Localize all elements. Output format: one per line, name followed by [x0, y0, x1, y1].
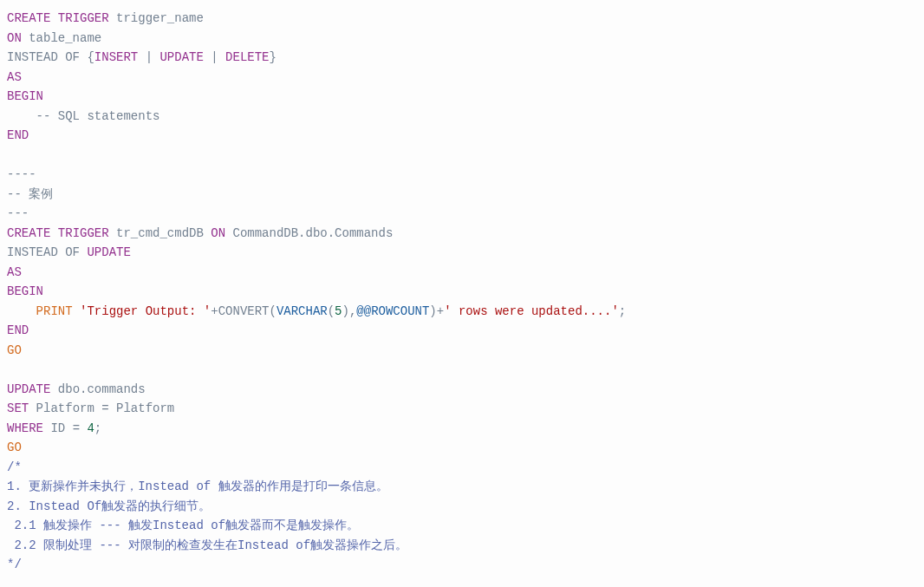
code-token: =: [73, 421, 80, 435]
code-token: }: [270, 50, 277, 64]
code-token: INSTEAD OF {: [7, 50, 94, 64]
code-token: 2.1 触发操作 --- 触发Instead of触发器而不是触发操作。: [7, 519, 359, 532]
code-token: ;: [619, 304, 626, 318]
code-line: INSTEAD OF {INSERT | UPDATE | DELETE}: [7, 48, 917, 68]
code-token: +: [211, 304, 218, 318]
code-line: 2.1 触发操作 --- 触发Instead of触发器而不是触发操作。: [7, 516, 917, 536]
code-token: WHERE: [7, 421, 43, 435]
code-line: INSTEAD OF UPDATE: [7, 243, 917, 263]
code-token: 'Trigger Output: ': [80, 304, 211, 318]
code-token: END: [7, 128, 29, 142]
code-line: ---: [7, 204, 917, 224]
code-line: AS: [7, 68, 917, 88]
code-token: =: [101, 401, 108, 415]
code-token: CONVERT: [218, 304, 270, 318]
code-line: END: [7, 126, 917, 146]
code-token: UPDATE: [87, 245, 130, 259]
code-line: CREATE TRIGGER trigger_name: [7, 9, 917, 29]
code-token: [73, 304, 80, 318]
code-token: table_name: [22, 31, 101, 45]
code-token: 1. 更新操作并未执行，Instead of 触发器的作用是打印一条信息。: [7, 479, 388, 493]
sql-code-block: CREATE TRIGGER trigger_nameON table_name…: [7, 9, 917, 575]
code-line: BEGIN: [7, 282, 917, 302]
code-token: BEGIN: [7, 89, 43, 103]
code-token: GO: [7, 440, 22, 454]
code-token: ---: [7, 206, 29, 220]
code-line: [7, 360, 917, 380]
code-token: 5: [335, 304, 342, 318]
code-token: 4: [87, 421, 94, 435]
code-line: CREATE TRIGGER tr_cmd_cmdDB ON CommandDB…: [7, 224, 917, 244]
code-token: CommandDB.dbo.Commands: [225, 226, 393, 240]
code-token: DELETE: [225, 50, 269, 64]
code-line: UPDATE dbo.commands: [7, 380, 917, 400]
code-token: END: [7, 323, 29, 337]
code-line: -- SQL statements: [7, 107, 917, 127]
code-token: TRIGGER: [58, 226, 109, 240]
code-line: GO: [7, 438, 917, 458]
code-token: TRIGGER: [58, 11, 109, 25]
code-token: ON: [211, 226, 225, 240]
code-token: ID: [43, 421, 73, 435]
code-line: BEGIN: [7, 87, 917, 107]
code-token: Platform: [29, 401, 101, 415]
code-token: /*: [7, 460, 22, 474]
code-token: ),: [342, 304, 357, 318]
code-token: [50, 11, 57, 25]
code-token: (: [269, 304, 276, 318]
code-token: -- SQL statements: [36, 109, 160, 123]
code-line: -- 案例: [7, 185, 917, 205]
code-line: ----: [7, 165, 917, 185]
code-token: CREATE: [7, 226, 50, 240]
code-line: PRINT 'Trigger Output: '+CONVERT(VARCHAR…: [7, 302, 917, 322]
code-line: 1. 更新操作并未执行，Instead of 触发器的作用是打印一条信息。: [7, 477, 917, 497]
code-token: BEGIN: [7, 284, 43, 298]
code-token: PRINT: [36, 304, 73, 318]
code-line: /*: [7, 458, 917, 478]
code-line: AS: [7, 263, 917, 283]
code-token: AS: [7, 70, 22, 84]
code-token: SET: [7, 401, 29, 415]
code-token: ----: [7, 167, 36, 181]
code-token: dbo.commands: [50, 382, 145, 396]
code-token: [7, 304, 36, 318]
code-token: CREATE: [7, 11, 50, 25]
code-line: WHERE ID = 4;: [7, 419, 917, 439]
code-token: AS: [7, 265, 22, 279]
code-line: */: [7, 555, 917, 575]
code-token: ;: [94, 421, 101, 435]
code-token: 2. Instead Of触发器的执行细节。: [7, 499, 211, 513]
code-token: trigger_name: [109, 11, 204, 25]
code-token: Platform: [109, 401, 175, 415]
code-token: |: [138, 50, 159, 64]
code-token: GO: [7, 343, 22, 357]
code-token: 2.2 限制处理 --- 对限制的检查发生在Instead of触发器操作之后。: [7, 538, 407, 552]
code-token: ): [429, 304, 436, 318]
code-line: SET Platform = Platform: [7, 399, 917, 419]
code-token: tr_cmd_cmdDB: [109, 226, 211, 240]
code-line: ON table_name: [7, 29, 917, 49]
code-line: END: [7, 321, 917, 341]
code-token: +: [437, 304, 444, 318]
code-token: VARCHAR: [277, 304, 328, 318]
code-token: ' rows were updated....': [444, 304, 619, 318]
code-token: -- 案例: [7, 187, 53, 201]
code-token: ON: [7, 31, 22, 45]
code-line: 2. Instead Of触发器的执行细节。: [7, 497, 917, 517]
code-token: |: [204, 50, 225, 64]
code-line: [7, 146, 917, 166]
code-token: INSTEAD OF: [7, 245, 87, 259]
code-token: UPDATE: [159, 50, 203, 64]
code-token: */: [7, 558, 22, 571]
code-token: [7, 109, 36, 123]
code-line: GO: [7, 341, 917, 361]
code-token: [50, 226, 57, 240]
code-token: (: [328, 304, 335, 318]
code-token: @@ROWCOUNT: [356, 304, 429, 318]
code-token: UPDATE: [7, 382, 50, 396]
code-line: 2.2 限制处理 --- 对限制的检查发生在Instead of触发器操作之后。: [7, 536, 917, 556]
code-token: INSERT: [94, 50, 138, 64]
